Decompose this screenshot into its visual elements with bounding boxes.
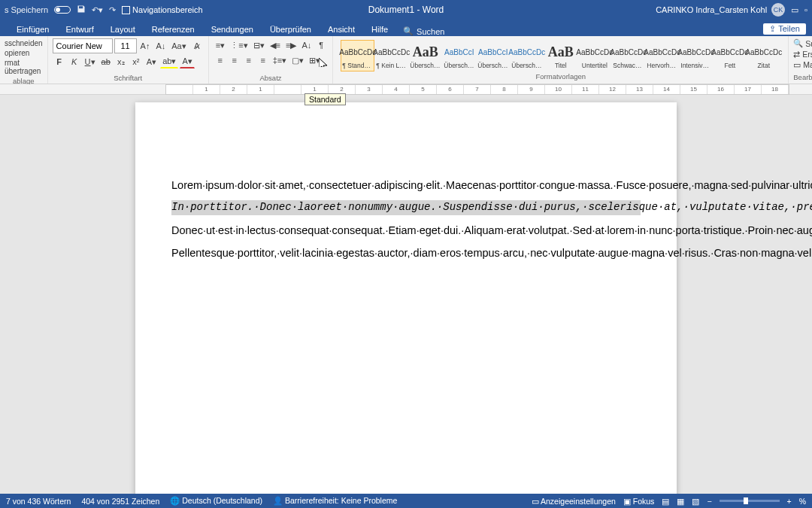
copy-button[interactable]: opieren [5, 48, 43, 58]
clear-format-icon[interactable]: A̷ [190, 39, 204, 53]
style-preview: AaB [410, 42, 441, 62]
read-mode-icon[interactable]: ▤ [662, 497, 669, 506]
save-icon[interactable] [77, 5, 86, 15]
style-item-1[interactable]: AaBbCcDc¶ Kein Lee... [374, 40, 408, 71]
find-button[interactable]: 🔍Suchen▾ [793, 38, 812, 49]
style-name: Überschrif... [410, 62, 441, 69]
paragraph-group: ≡▾ ⋮≡▾ ⊟▾ ◀≡ ≡▶ A↓ ¶ ≡ ≡ ≡ ≡ ‡≡▾ ▢▾ ⊞▾ A… [209, 36, 334, 84]
display-settings-button[interactable]: ▭ Anzeigeeinstellungen [532, 497, 616, 506]
align-right-button[interactable]: ≡ [242, 53, 256, 67]
focus-button[interactable]: ▣ Fokus [623, 497, 655, 506]
tab-layout[interactable]: Layout [103, 23, 143, 36]
tell-me-search[interactable]: 🔍 Suchen [397, 26, 450, 36]
tab-einfuegen[interactable]: Einfügen [9, 23, 56, 36]
superscript-button[interactable]: x² [129, 55, 143, 68]
tab-sendungen[interactable]: Sendungen [204, 23, 261, 36]
horizontal-ruler[interactable]: 121123456789101112131415161718 [165, 84, 789, 95]
zoom-slider[interactable] [720, 500, 780, 502]
tab-entwurf[interactable]: Entwurf [58, 23, 101, 36]
style-name: Schwache... [613, 62, 644, 69]
page[interactable]: Lorem·ipsum·dolor·sit·amet,·consectetuer… [135, 102, 677, 497]
user-account[interactable]: CARINKO Indra_Carsten Kohl CK [656, 3, 785, 17]
style-name: Titel [545, 62, 576, 69]
bold-button[interactable]: F [53, 55, 66, 68]
style-preview: AaBbCcDc [376, 42, 407, 62]
decrease-indent-button[interactable]: ◀≡ [268, 38, 283, 52]
multilevel-button[interactable]: ⊟▾ [251, 38, 267, 52]
ruler-area: 121123456789101112131415161718 Standard [0, 84, 812, 95]
web-layout-icon[interactable]: ▧ [692, 497, 699, 506]
style-item-11[interactable]: AaBbCcDcFett [713, 40, 747, 71]
style-preview: AaBbCcDc [748, 42, 779, 62]
style-item-8[interactable]: AaBbCcDcSchwache... [611, 40, 645, 71]
style-item-5[interactable]: AaBbCcDcÜberschrif... [510, 40, 544, 71]
redo-icon[interactable]: ↷ [109, 5, 116, 15]
tab-ansicht[interactable]: Ansicht [320, 23, 362, 36]
window-controls-icon[interactable]: ▫ [804, 5, 807, 14]
cut-button[interactable]: sschneiden [5, 38, 43, 48]
tab-hilfe[interactable]: Hilfe [364, 23, 395, 36]
zoom-level[interactable]: % [799, 497, 806, 506]
shrink-font-icon[interactable]: A↓ [153, 39, 168, 53]
paragraph-1[interactable]: Lorem·ipsum·dolor·sit·amet,·consectetuer… [171, 178, 641, 193]
style-item-9[interactable]: AaBbCcDcHervorhe... [645, 40, 679, 71]
undo-icon[interactable]: ↶▾ [92, 5, 103, 15]
select-button[interactable]: ▭Markieren▾ [793, 59, 812, 70]
strike-button[interactable]: ab [99, 55, 113, 68]
paragraph-4[interactable]: Pellentesque·porttitor,·velit·lacinia·eg… [171, 245, 641, 260]
font-color-button[interactable]: A▾ [180, 55, 194, 68]
sort-button[interactable]: A↓ [299, 38, 314, 52]
style-item-12[interactable]: AaBbCcDcZitat [747, 40, 780, 71]
ribbon-options-icon[interactable]: ▭ [791, 5, 798, 15]
styles-group: AaBbCcDc¶ StandardAaBbCcDc¶ Kein Lee...A… [333, 36, 789, 84]
shading-button[interactable]: ▢▾ [289, 53, 306, 67]
increase-indent-button[interactable]: ≡▶ [283, 38, 298, 52]
document-area[interactable]: Lorem·ipsum·dolor·sit·amet,·consectetuer… [0, 95, 812, 497]
navpane-checkbox[interactable]: Navigationsbereich [122, 5, 203, 14]
text-effects-icon[interactable]: A▾ [144, 55, 159, 68]
language-button[interactable]: 🌐 Deutsch (Deutschland) [170, 496, 262, 506]
replace-button[interactable]: ⇄Ersetzen [793, 49, 812, 59]
style-item-10[interactable]: AaBbCcDcIntensive... [679, 40, 713, 71]
style-item-0[interactable]: AaBbCcDc¶ Standard [341, 40, 374, 71]
style-item-2[interactable]: AaBÜberschrif... [408, 40, 442, 71]
autosave-toggle[interactable] [54, 6, 71, 14]
share-button[interactable]: ⇪Teilen [763, 23, 806, 35]
paragraph-3[interactable]: Donec·ut·est·in·lectus·consequat·consequ… [171, 223, 641, 238]
underline-button[interactable]: U▾ [83, 55, 98, 68]
style-name: Hervorhe... [647, 62, 677, 69]
styles-label: Formatvorlagen [333, 72, 788, 82]
style-preview: AaBbCcDc [613, 42, 644, 62]
zoom-in-button[interactable]: + [787, 497, 792, 506]
zoom-out-button[interactable]: − [707, 497, 711, 506]
char-count[interactable]: 404 von 2951 Zeichen [81, 497, 159, 506]
pilcrow-button[interactable]: ¶ [314, 38, 328, 52]
paragraph-2-selected[interactable]: In·porttitor.·Donec·laoreet·nonummy·augu… [171, 200, 641, 215]
tab-referenzen[interactable]: Referenzen [144, 23, 202, 36]
style-preview: AaBbCcDc [714, 42, 745, 62]
justify-button[interactable]: ≡ [256, 53, 270, 67]
style-item-3[interactable]: AaBbCcIÜberschrif... [442, 40, 476, 71]
italic-button[interactable]: K [68, 55, 81, 68]
grow-font-icon[interactable]: A↑ [138, 39, 153, 53]
font-name-input[interactable] [53, 38, 113, 53]
word-count[interactable]: 7 von 436 Wörtern [6, 497, 71, 506]
format-painter-button[interactable]: rmat übertragen [5, 58, 43, 76]
style-item-7[interactable]: AaBbCcDcUntertitel [577, 40, 611, 71]
numbering-button[interactable]: ⋮≡▾ [228, 38, 250, 52]
style-item-4[interactable]: AaBbCcIÜberschrif... [476, 40, 510, 71]
print-layout-icon[interactable]: ▦ [677, 497, 684, 506]
font-size-input[interactable] [114, 38, 137, 53]
bullets-button[interactable]: ≡▾ [214, 38, 227, 52]
align-center-button[interactable]: ≡ [228, 53, 241, 67]
clipboard-group: sschneiden opieren rmat übertragen ablag… [0, 36, 48, 84]
change-case-icon[interactable]: Aa▾ [169, 39, 188, 53]
line-spacing-button[interactable]: ‡≡▾ [271, 53, 289, 67]
tab-ueberpruefen[interactable]: Überprüfen [262, 23, 319, 36]
subscript-button[interactable]: x₂ [114, 55, 128, 68]
style-item-6[interactable]: AaBTitel [544, 40, 577, 71]
accessibility-button[interactable]: 👤 Barrierefreiheit: Keine Probleme [273, 496, 397, 506]
style-name: ¶ Standard [342, 62, 373, 69]
highlight-button[interactable]: ab▾ [160, 55, 178, 68]
align-left-button[interactable]: ≡ [214, 53, 227, 67]
